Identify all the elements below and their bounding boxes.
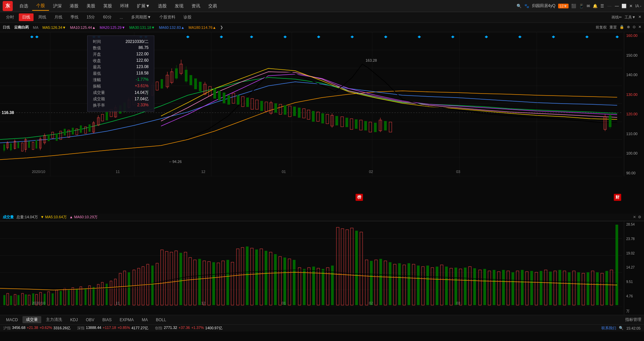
svg-rect-189 [101,282,103,305]
menu-icon[interactable]: ☰ [600,4,604,8]
prev-restore[interactable]: 前复权 [596,25,607,30]
shanghai-value: 3456.68 [12,326,25,331]
tooltip-row-change: 涨幅 -1.77% [93,77,149,83]
indicator-manage[interactable]: 指标管理 [625,317,641,323]
settings-icon[interactable]: ⊙ [633,25,636,30]
tab-bias[interactable]: BIAS [99,317,115,323]
screenshot-icon[interactable]: ⬛ [571,4,576,8]
close-icon2[interactable]: ✕ [638,25,641,30]
tab-chengjiaoliang[interactable]: 成交量 [22,316,41,323]
svg-rect-167 [14,294,16,305]
tab-15fen[interactable]: 15分 [83,13,98,21]
svg-rect-164 [3,295,5,305]
status-search-icon[interactable]: 🔍 [619,326,624,330]
nav-item-faxian[interactable]: 发现 [171,2,187,10]
nav-item-xuangu[interactable]: 选股 [154,2,171,10]
svg-rect-285 [554,271,556,305]
svg-rect-25 [17,142,19,148]
tab-kdj[interactable]: KDJ [67,317,81,323]
svg-rect-227 [279,257,281,305]
svg-rect-256 [417,266,420,305]
lock-icon[interactable]: 🔒 [620,25,624,30]
tab-jixian[interactable]: 季线 [67,13,82,21]
svg-rect-197 [138,268,140,305]
svg-marker-132 [30,36,34,38]
svg-marker-146 [451,36,454,38]
user-avatar[interactable]: 🐾 [524,4,529,8]
bell-icon[interactable]: 🔔 [593,4,598,8]
tab-multiperiod[interactable]: 多周期图▼ [128,13,155,21]
tools-menu[interactable]: 工具▼ [625,15,636,20]
draw-tool[interactable]: 画线✏ [611,15,622,20]
search-icon[interactable]: 🔍 [517,4,522,8]
tab-stockinfo[interactable]: 个股资料 [156,13,179,21]
tab-expma[interactable]: EXPMA [116,317,137,323]
maximize-icon[interactable]: ⬜ [622,4,627,8]
svg-rect-214 [217,263,220,305]
svg-rect-244 [360,232,363,305]
main-chart-area[interactable]: 163.28 ←94.26 116.38 [0,32,644,214]
nav-item-huanqiu[interactable]: 环球 [116,2,133,10]
contact-us-link[interactable]: 联系我们 [601,326,616,331]
phone-icon[interactable]: 📱 [579,4,584,8]
tab-yuexian[interactable]: 月线 [51,13,66,21]
svg-rect-80 [199,82,202,91]
tab-rixian[interactable]: 日线 [19,13,34,21]
svg-rect-247 [375,260,377,305]
svg-rect-102 [293,107,296,116]
tab-fenshi[interactable]: 分时 [3,13,17,21]
svg-rect-255 [412,264,415,305]
tooltip-key-turnover: 换手率 [93,103,105,108]
volume-total: 总量:14.04万 [16,215,38,220]
nav-item-gegu[interactable]: 个股 [32,1,49,11]
volume-settings-icon[interactable]: ⚙ [638,215,641,219]
tab-diagnose[interactable]: 诊股 [180,13,195,21]
tooltip-val-amount: 17.04亿 [135,96,149,102]
tooltip-key-volume: 成交量 [93,90,105,96]
volume-close-icon[interactable]: ✕ [633,215,636,219]
svg-rect-107 [317,112,319,121]
nav-item-yinggu[interactable]: 英股 [99,2,116,10]
svg-rect-66 [156,82,158,90]
tab-boll[interactable]: BOLL [153,317,170,323]
svg-rect-105 [307,110,310,119]
nav-item-zixuan[interactable]: 自选 [15,2,32,10]
app-logo: 东 [3,1,13,11]
nav-item-ganggu[interactable]: 港股 [66,2,83,10]
nav-item-zixun[interactable]: 资讯 [187,2,204,10]
tab-obv[interactable]: OBV [83,317,98,323]
price-axis-100: 100.00 [626,151,642,155]
svg-rect-293 [591,271,594,305]
reset-button[interactable]: 重置 [609,25,617,30]
volume-chart-area: 2020/10 11 12 01 02 03 28.54 23.78 19.02… [0,221,644,315]
close-chart[interactable]: ✕ [638,15,641,20]
svg-text:←94.26: ←94.26 [169,160,182,164]
tab-macd[interactable]: MACD [3,317,21,323]
nav-item-meigu[interactable]: 美股 [83,2,99,10]
tab-zhulixi[interactable]: 主力清洗 [43,316,65,323]
svg-rect-201 [156,263,158,305]
svg-marker-145 [418,36,421,38]
close-icon[interactable]: ✕ [629,4,633,8]
nav-item-jiaoyi[interactable]: 交易 [204,2,221,10]
nav-item-hushen[interactable]: 沪深 [49,2,66,10]
minimize-icon[interactable]: — [615,4,619,8]
svg-rect-249 [384,261,387,305]
collapse-arrow[interactable]: ❯ [220,25,223,30]
mail-icon[interactable]: ✉ [587,4,590,8]
svg-rect-26 [21,143,23,151]
svg-rect-78 [190,75,192,85]
svg-rect-252 [398,263,401,305]
nav-item-kuozhan[interactable]: 扩展▼ [133,2,154,10]
tab-ma[interactable]: MA [139,317,151,323]
tab-more[interactable]: ... [116,14,126,21]
tab-60fen[interactable]: 60分 [100,13,115,21]
svg-text:11: 11 [116,301,120,305]
add-icon[interactable]: ⊕ [627,25,630,30]
tab-zhouzian[interactable]: 周线 [35,13,50,21]
svg-marker-138 [186,36,190,38]
svg-rect-181 [68,290,70,305]
svg-rect-43 [76,129,78,135]
svg-text:03: 03 [456,301,460,305]
svg-rect-268 [473,268,476,305]
